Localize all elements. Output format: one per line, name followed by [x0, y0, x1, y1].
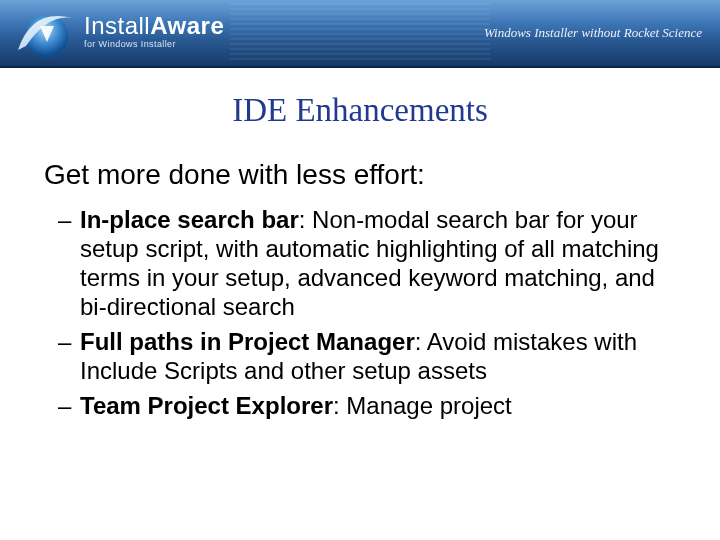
- slide-subtitle: Get more done with less effort:: [44, 159, 676, 191]
- slide-header: InstallAware for Windows Installer Windo…: [0, 0, 720, 68]
- bullet-dash: –: [58, 327, 71, 356]
- bullet-lead: Full paths in Project Manager: [80, 328, 415, 355]
- header-tagline: Windows Installer without Rocket Science: [484, 25, 702, 41]
- brand-suffix: Aware: [150, 12, 224, 39]
- bullet-dash: –: [58, 391, 71, 420]
- bullet-lead: In-place search bar: [80, 206, 299, 233]
- brand-prefix: Install: [84, 12, 150, 39]
- bullet-dash: –: [58, 205, 71, 234]
- bullet-list: – In-place search bar: Non-modal search …: [44, 205, 676, 420]
- brand-subtitle: for Windows Installer: [84, 39, 224, 49]
- header-decoration: [230, 0, 490, 68]
- bullet-rest: : Manage project: [333, 392, 512, 419]
- list-item: – In-place search bar: Non-modal search …: [80, 205, 676, 321]
- brand-name: InstallAware: [84, 14, 224, 38]
- logo-swoosh-icon: [14, 0, 76, 62]
- bullet-lead: Team Project Explorer: [80, 392, 333, 419]
- logo-text: InstallAware for Windows Installer: [84, 14, 224, 49]
- list-item: – Full paths in Project Manager: Avoid m…: [80, 327, 676, 385]
- slide-title: IDE Enhancements: [44, 92, 676, 129]
- list-item: – Team Project Explorer: Manage project: [80, 391, 676, 420]
- slide-content: IDE Enhancements Get more done with less…: [0, 68, 720, 420]
- logo-area: InstallAware for Windows Installer: [0, 4, 224, 62]
